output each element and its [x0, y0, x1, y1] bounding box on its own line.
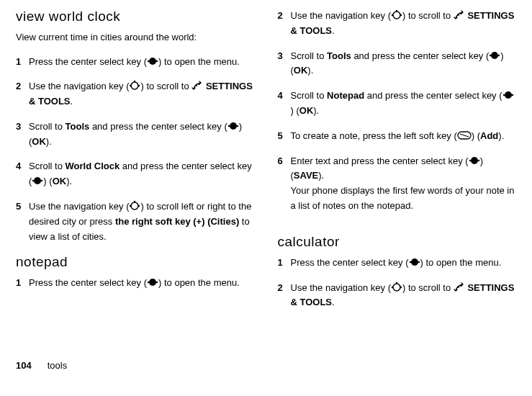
world-clock-step-5: 5 Use the navigation key () to scroll le… [16, 199, 255, 244]
step-body: Use the navigation key () to scroll left… [29, 199, 255, 244]
step-body: Scroll to Tools and press the center sel… [29, 120, 255, 150]
step-number: 1 [278, 256, 291, 271]
step-body: Scroll to Tools and press the center sel… [291, 49, 517, 79]
notepad-note: Your phone displays the first few words … [291, 184, 517, 214]
step-number: 3 [278, 49, 291, 79]
center-select-key-icon [469, 155, 480, 166]
text: Use the navigation key ( [291, 282, 391, 293]
notepad-step-5: 5 To create a note, press the left soft … [278, 129, 517, 144]
text: Scroll to [291, 50, 328, 61]
ok-label: OK [299, 105, 314, 116]
step-number: 5 [16, 199, 29, 244]
step-number: 3 [16, 120, 29, 150]
text: Press the center select key ( [29, 56, 147, 67]
add-label: Add [480, 130, 498, 141]
center-select-key-icon [227, 120, 239, 132]
center-select-key-icon [502, 89, 514, 101]
tools-label: Tools [66, 121, 90, 132]
center-select-key-icon [32, 175, 43, 186]
text: Scroll to [29, 161, 66, 171]
notepad-step-2: 2 Use the navigation key () to scroll to… [278, 9, 517, 39]
step-body: Scroll to Notepad and press the center s… [291, 89, 517, 119]
center-select-key-icon [489, 50, 500, 61]
text: ). [498, 130, 504, 141]
text: Press the center select key ( [291, 257, 409, 268]
text: ). [46, 136, 52, 147]
settings-icon [454, 9, 465, 21]
text: . [71, 96, 73, 107]
text: . [332, 297, 335, 307]
step-body: Scroll to World Clock and press the cent… [29, 159, 255, 189]
step-number: 4 [16, 159, 29, 189]
text: and press the center select key ( [364, 90, 502, 101]
navigation-key-icon [391, 282, 402, 293]
heading-notepad: notepad [16, 254, 255, 270]
settings-icon [191, 80, 203, 91]
step-number: 1 [16, 55, 29, 70]
text: ). [307, 65, 313, 76]
text: and press the center select key ( [351, 50, 489, 61]
ok-label: OK [53, 176, 67, 186]
step-number: 1 [16, 276, 29, 291]
step-number: 6 [278, 154, 291, 224]
text: ) to open the menu. [158, 277, 240, 288]
world-clock-step-4: 4 Scroll to World Clock and press the ce… [16, 159, 255, 189]
step-body: Use the navigation key () to scroll to S… [291, 9, 517, 39]
step-body: Press the center select key () to open t… [291, 256, 517, 271]
navigation-key-icon [129, 80, 140, 91]
step-body: Enter text and press the center select k… [291, 154, 517, 224]
text: Scroll to [29, 121, 66, 132]
text: Use the navigation key ( [29, 81, 129, 91]
calc-step-2: 2 Use the navigation key () to scroll to… [278, 281, 517, 311]
page-body: view world clock View current time in ci… [0, 0, 532, 360]
step-body: Use the navigation key () to scroll to S… [29, 79, 255, 109]
center-select-key-icon [147, 55, 158, 67]
navigation-key-icon [391, 9, 402, 21]
text: Press the center select key ( [29, 277, 147, 288]
text: ) to open the menu. [420, 257, 502, 268]
text: and press the center select key ( [89, 121, 227, 132]
notepad-step-6: 6 Enter text and press the center select… [278, 154, 517, 224]
world-clock-step-1: 1 Press the center select key () to open… [16, 55, 255, 70]
text: ). [318, 170, 324, 181]
step-body: Press the center select key () to open t… [29, 55, 255, 70]
step-body: Use the navigation key () to scroll to S… [291, 281, 517, 311]
notepad-step-3: 3 Scroll to Tools and press the center s… [278, 49, 517, 79]
left-soft-key-icon [457, 130, 472, 141]
text: Use the navigation key ( [29, 201, 129, 212]
save-label: SAVE [294, 170, 318, 181]
step-number: 5 [278, 129, 291, 144]
right-soft-key-cities-label: the right soft key (+) (Cities) [115, 216, 239, 227]
text: ) to open the menu. [158, 56, 240, 67]
page-footer: 104 tools [0, 360, 532, 371]
text: Enter text and press the center select k… [291, 156, 469, 166]
text: ). [313, 105, 319, 116]
text: ). [66, 176, 72, 186]
heading-world-clock: view world clock [16, 9, 255, 24]
tools-label: Tools [327, 50, 351, 61]
ok-label: OK [294, 65, 308, 76]
section-label: tools [48, 360, 67, 371]
world-clock-label: World Clock [66, 161, 120, 171]
text: To create a note, press the left soft ke… [291, 130, 457, 141]
notepad-step-1: 1 Press the center select key () to open… [16, 276, 255, 291]
world-clock-step-2: 2 Use the navigation key () to scroll to… [16, 79, 255, 109]
calc-step-1: 1 Press the center select key () to open… [278, 256, 517, 271]
text: Use the navigation key ( [291, 10, 391, 21]
step-body: Press the center select key () to open t… [29, 276, 255, 291]
page-number: 104 [16, 360, 32, 371]
text: ) to scroll to [140, 81, 191, 91]
step-number: 4 [278, 89, 291, 119]
world-clock-step-3: 3 Scroll to Tools and press the center s… [16, 120, 255, 150]
text: . [332, 25, 335, 36]
intro-world-clock: View current time in cities around the w… [16, 30, 255, 45]
settings-icon [454, 282, 465, 293]
step-number: 2 [278, 281, 291, 311]
navigation-key-icon [129, 200, 140, 212]
text: ) to scroll to [402, 282, 454, 293]
notepad-step-4: 4 Scroll to Notepad and press the center… [278, 89, 517, 119]
left-column: view world clock View current time in ci… [16, 9, 255, 360]
heading-calculator: calculator [278, 234, 517, 250]
text: ) to scroll to [402, 10, 454, 21]
ok-label: OK [32, 136, 46, 147]
